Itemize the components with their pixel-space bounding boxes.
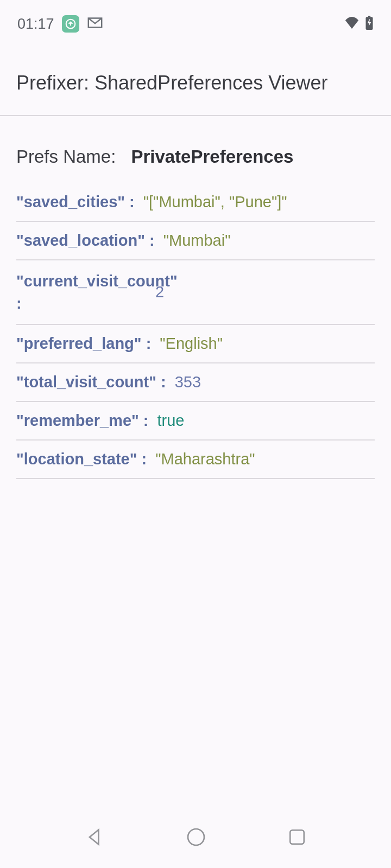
app-header: Prefixer: SharedPreferences Viewer xyxy=(0,43,391,116)
prefs-header: Prefs Name: PrivatePreferences xyxy=(0,116,391,183)
svg-rect-4 xyxy=(291,830,305,844)
prefs-label: Prefs Name: xyxy=(16,146,116,167)
svg-point-3 xyxy=(188,829,204,845)
pref-row[interactable]: "remember_me" : true xyxy=(16,402,375,441)
pref-value: "Mumbai" xyxy=(163,232,231,250)
pref-row[interactable]: "preferred_lang" : "English" xyxy=(16,325,375,363)
gmail-icon xyxy=(87,17,103,31)
pref-value: 353 xyxy=(175,373,201,391)
upload-app-icon xyxy=(62,15,79,33)
pref-key: "total_visit_count" : xyxy=(16,373,166,391)
pref-key: "saved_location" : xyxy=(16,232,155,250)
svg-rect-1 xyxy=(368,16,370,17)
status-right xyxy=(344,16,374,32)
pref-key: "preferred_lang" : xyxy=(16,335,151,353)
pref-key: "saved_cities" : xyxy=(16,193,135,211)
pref-key: "location_state" : xyxy=(16,450,147,468)
pref-row[interactable]: "total_visit_count" : 353 xyxy=(16,363,375,402)
back-icon[interactable] xyxy=(85,827,104,849)
pref-key: "current_visit_count" : xyxy=(16,270,147,314)
pref-row[interactable]: "saved_location" : "Mumbai" xyxy=(16,222,375,260)
nav-bar xyxy=(0,819,391,868)
pref-value: "["Mumbai", "Pune"]" xyxy=(143,193,287,211)
pref-value: "Maharashtra" xyxy=(155,450,255,468)
home-icon[interactable] xyxy=(186,827,206,849)
pref-row[interactable]: "current_visit_count" : 2 xyxy=(16,260,375,325)
app-title: Prefixer: SharedPreferences Viewer xyxy=(16,72,375,94)
status-bar: 01:17 xyxy=(0,0,391,43)
recent-apps-icon[interactable] xyxy=(288,828,306,848)
pref-row[interactable]: "saved_cities" : "["Mumbai", "Pune"]" xyxy=(16,183,375,222)
pref-value: true xyxy=(157,412,185,430)
pref-key: "remember_me" : xyxy=(16,412,149,430)
pref-row[interactable]: "location_state" : "Maharashtra" xyxy=(16,441,375,479)
wifi-icon xyxy=(344,17,360,31)
status-time: 01:17 xyxy=(17,16,54,33)
pref-value: 2 xyxy=(155,283,164,301)
status-left: 01:17 xyxy=(17,15,103,33)
pref-value: "English" xyxy=(160,335,223,353)
prefs-name: PrivatePreferences xyxy=(131,146,293,167)
battery-charging-icon xyxy=(365,16,374,32)
prefs-list: "saved_cities" : "["Mumbai", "Pune"]" "s… xyxy=(0,183,391,479)
